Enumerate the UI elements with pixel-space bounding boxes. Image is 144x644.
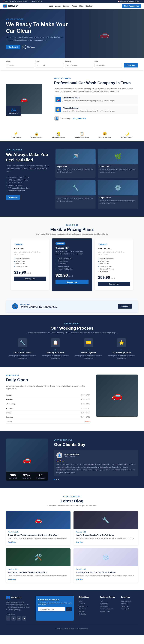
hours-tag: Work Hours [6, 374, 90, 376]
date-input[interactable] [95, 63, 123, 68]
feature-label-2: Secured Service [31, 136, 42, 138]
blog-excerpt-2: Lorem ipsum dolor sit amet consectetur a… [8, 574, 68, 577]
offer-item-5: Satisfaction Guarantee [6, 189, 51, 192]
blog-body-0: March 20, 2021 Clean Streak Ventures Acq… [6, 529, 70, 545]
step-num-3: 04 [107, 349, 137, 351]
play-video-button[interactable]: ▶ Play Video [22, 45, 35, 49]
nav-home[interactable]: Home [48, 5, 53, 7]
pricing-description: Lorem ipsum dolor sit amet, consectetur … [6, 233, 138, 235]
pf-0-3: Steering Service [14, 265, 46, 268]
feature-3: 👷 Expert Employees [52, 132, 65, 138]
read-more-1[interactable]: Read More [76, 541, 83, 543]
newsletter-submit-button[interactable]: → [66, 607, 72, 612]
youtube-icon[interactable]: ▶ [22, 616, 26, 620]
ql-0[interactable]: Home [79, 600, 95, 602]
pricing-desc-2: Lorem ipsum dolor sit amet consectetur a… [98, 251, 130, 256]
loc-1[interactable]: London, UK [121, 602, 138, 605]
booking-phone: (425) 899-2320 [72, 117, 86, 120]
blog-img-1: 🔧 [74, 511, 138, 529]
offer-card-img-2: 🔧 [55, 180, 96, 195]
about-images: 🚗 24 Year Experience [6, 84, 48, 114]
contact-avatar: 👤 [54, 116, 59, 121]
offer-card-desc-3: Lorem ipsum dolor sit amet consectetur a… [99, 200, 137, 204]
dot-1[interactable] [56, 479, 57, 480]
pricing-name-1: Standard Plan [55, 247, 89, 249]
about-section: 🚗 24 Year Experience About Otowash Profe… [0, 70, 144, 129]
step-0: 🔧 01 Select Your Service Lorem ipsum dol… [7, 338, 37, 360]
step-desc-1: Lorem ipsum dolor sit amet consectetur a… [40, 355, 70, 360]
date-field-wrapper: Date [95, 61, 123, 68]
hours-row-2: Wednesday 9:00 - 17:00 [6, 402, 90, 406]
read-more-2[interactable]: Read More [8, 578, 16, 580]
pricing-card-0: Ordinary Basic Plan Lorem ipsum dolor si… [10, 240, 49, 290]
email-input[interactable] [35, 63, 64, 68]
dot-0[interactable] [54, 479, 55, 480]
get-started-button[interactable]: Get Started [6, 45, 20, 49]
twitter-icon[interactable]: t [11, 616, 16, 620]
footer-customer-service: Customer Service FAQ Testimonials Privac… [100, 596, 117, 620]
footer-locations: Locations New York, USA London, UK Sydne… [121, 596, 138, 620]
hours-row-5: Saturday 9:00 - 17:00 [6, 415, 90, 419]
make-appointment-button[interactable]: Make Appointment [122, 4, 141, 8]
book-plan-1-button[interactable]: Booking Now [55, 280, 89, 284]
pricing-tag: Our Pricing [6, 224, 138, 226]
nav-about[interactable]: About [55, 5, 60, 7]
cs-2[interactable]: Privacy Policy [100, 605, 117, 608]
testimonial-dots [54, 479, 138, 480]
blog-post-title-1: How To Clean, Detail & Your Car's Interi… [76, 534, 136, 536]
step-title-2: Online Payment [74, 352, 104, 354]
nav-pages[interactable]: Pages [72, 5, 77, 7]
loc-3[interactable]: Toronto, CA [121, 608, 138, 610]
contact-us-button[interactable]: Contact Us [118, 304, 132, 308]
cs-1[interactable]: Testimonials [100, 602, 117, 605]
cs-4[interactable]: Support Center [100, 610, 117, 613]
ql-5[interactable]: Contact Us [79, 613, 95, 615]
pf-1-4: Interiors VAC Service [55, 268, 89, 270]
cs-0[interactable]: FAQ [100, 600, 117, 602]
service-icon-2: 💰 [55, 107, 61, 112]
blog-date-2: March 20, 2021 [8, 568, 68, 570]
blog-img-3: ❄️ [74, 548, 138, 566]
blog-body-1: March 20, 2021 How To Clean, Detail & Yo… [74, 529, 138, 545]
reviewer-avatar: 👤 [56, 452, 62, 458]
service-desc-1: Lorem ipsum dolor sit amet consectetur a… [63, 100, 115, 102]
pricing-features-2: Carpet Wash Service Wheel Service Seat S… [98, 258, 130, 273]
ql-4[interactable]: Our Blog [79, 610, 95, 613]
price-period-1: /month [68, 275, 73, 277]
cs-3[interactable]: Terms & Conditions [100, 608, 117, 610]
ql-2[interactable]: Our Services [79, 605, 95, 608]
step-desc-2: Lorem ipsum dolor sit amet consectetur a… [74, 355, 104, 360]
facebook-icon[interactable]: f [6, 616, 10, 620]
name-input[interactable] [6, 63, 34, 68]
price-period-2: /month [111, 278, 115, 279]
read-more-3[interactable]: Read More [76, 578, 83, 580]
loc-0[interactable]: New York, USA [121, 600, 138, 602]
feature-6: 🌙 24/7 Fast Support [121, 132, 133, 138]
ql-3[interactable]: Our Pricing [79, 608, 95, 610]
book-plan-2-button[interactable]: Booking Now [98, 282, 130, 286]
read-more-0[interactable]: Read More [8, 541, 16, 543]
offer-card-3: ⚙️ Engine Wash Lorem ipsum dolor sit ame… [98, 180, 138, 209]
linkedin-icon[interactable]: in [17, 616, 21, 620]
offer-card-body-3: Engine Wash Lorem ipsum dolor sit amet c… [98, 195, 138, 209]
service-input[interactable] [65, 63, 93, 68]
nav-blog[interactable]: Blog [79, 5, 83, 7]
pf-0-0: Carpet Wash Service [14, 258, 46, 260]
nav-contact[interactable]: Contact [86, 5, 93, 7]
ql-1[interactable]: About Us [79, 602, 95, 605]
offer-layout: What We Offer We Always Make You Feel Sa… [6, 149, 138, 209]
booking-label: For Booking : [61, 118, 71, 120]
service-info-1: Complete Car Wash Lorem ipsum dolor sit … [63, 97, 115, 102]
nav-service[interactable]: Service [63, 5, 69, 7]
step-icon-2: 💳 [84, 338, 93, 347]
dot-2[interactable] [58, 479, 59, 480]
quick-links-title: Quick Links [79, 596, 95, 598]
loc-2[interactable]: Sydney, AU [121, 605, 138, 608]
blog-card-0: 🚗 March 20, 2021 Clean Streak Ventures A… [6, 511, 70, 545]
book-now-button[interactable]: Book Now [124, 63, 138, 68]
offer-read-more-button[interactable]: Read More [6, 195, 20, 200]
blog-title: Latest Blog [6, 499, 138, 504]
book-plan-0-button[interactable]: Booking Now [14, 276, 46, 281]
newsletter-input[interactable] [38, 607, 65, 612]
blog-img-0: 🚗 [6, 511, 70, 529]
